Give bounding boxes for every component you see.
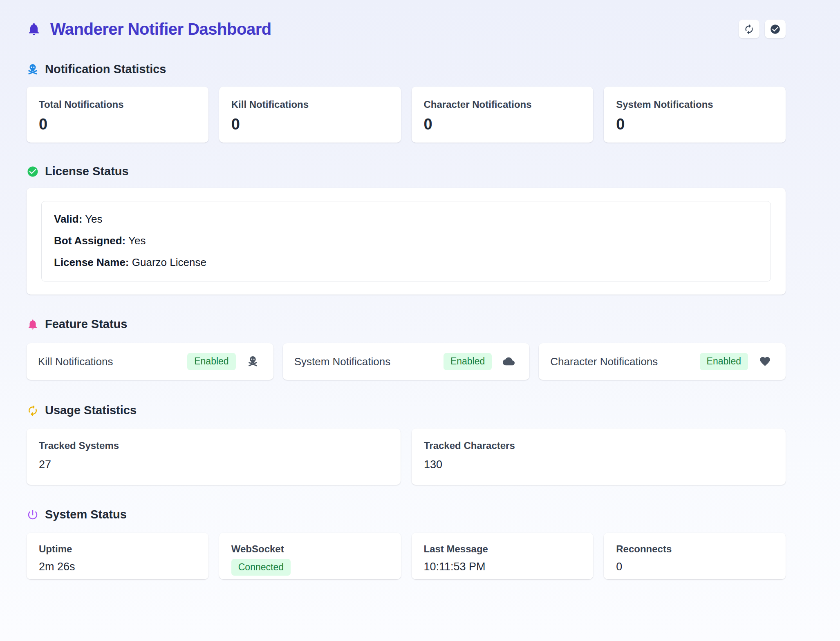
feature-card-kill-notifications: Kill Notifications Enabled: [27, 343, 273, 380]
license-field-value: Yes: [128, 235, 146, 247]
usage-value: 130: [424, 458, 773, 471]
sync-icon: [27, 404, 39, 417]
license-field-value: Guarzo License: [132, 256, 206, 268]
stat-label: Character Notifications: [424, 99, 581, 110]
stat-card-character-notifications: Character Notifications 0: [412, 87, 594, 143]
check-circle-icon: [27, 165, 39, 178]
app-header: Wanderer Notifier Dashboard: [27, 18, 786, 40]
section-title: License Status: [45, 165, 129, 178]
feature-status-header: Feature Status: [27, 317, 786, 331]
check-circle-icon: [770, 24, 781, 35]
page-title: Wanderer Notifier Dashboard: [50, 20, 271, 38]
stat-card-kill-notifications: Kill Notifications 0: [219, 87, 401, 143]
status-badge: Enabled: [187, 353, 235, 370]
license-name-line: License Name: Guarzo License: [54, 256, 758, 269]
usage-stats-grid: Tracked Systems 27 Tracked Characters 13…: [27, 429, 786, 485]
cloud-icon: [503, 355, 515, 367]
usage-label: Tracked Systems: [39, 440, 388, 451]
stat-value: 0: [39, 116, 196, 133]
stat-value: 0: [231, 116, 389, 133]
feature-card-character-notifications: Character Notifications Enabled: [539, 343, 786, 380]
system-label: WebSocket: [231, 543, 389, 555]
skull-crossbones-icon: [247, 355, 259, 367]
bell-icon: [27, 318, 39, 331]
system-label: Uptime: [39, 543, 196, 555]
license-details-box: Valid: Yes Bot Assigned: Yes License Nam…: [41, 201, 771, 281]
status-badge: Enabled: [700, 353, 748, 370]
status-badge: Enabled: [444, 353, 492, 370]
feature-label: Kill Notifications: [38, 355, 187, 368]
stat-value: 0: [616, 116, 773, 133]
stat-value: 0: [424, 116, 581, 133]
license-valid-line: Valid: Yes: [54, 213, 758, 226]
section-title: Notification Statistics: [45, 63, 166, 76]
system-status-grid: Uptime 2m 26s WebSocket Connected Last M…: [27, 533, 786, 579]
usage-card-tracked-systems: Tracked Systems 27: [27, 429, 401, 485]
system-card-last-message: Last Message 10:11:53 PM: [412, 533, 594, 579]
stat-card-system-notifications: System Notifications 0: [604, 87, 786, 143]
license-field-label: Bot Assigned:: [54, 235, 125, 247]
feature-label: Character Notifications: [550, 355, 699, 368]
notification-stats-grid: Total Notifications 0 Kill Notifications…: [27, 87, 786, 143]
stat-label: Kill Notifications: [231, 99, 389, 110]
system-card-uptime: Uptime 2m 26s: [27, 533, 208, 579]
section-title: System Status: [45, 508, 127, 521]
stat-card-total-notifications: Total Notifications 0: [27, 87, 208, 143]
usage-label: Tracked Characters: [424, 440, 773, 451]
bell-icon: [27, 22, 41, 36]
license-field-label: Valid:: [54, 213, 82, 225]
stat-label: Total Notifications: [39, 99, 196, 110]
license-status-header: License Status: [27, 165, 786, 178]
heart-icon: [759, 355, 771, 367]
system-value: 10:11:53 PM: [424, 561, 581, 573]
license-card: Valid: Yes Bot Assigned: Yes License Nam…: [27, 188, 786, 295]
refresh-button[interactable]: [739, 20, 759, 38]
section-title: Feature Status: [45, 317, 127, 331]
feature-label: System Notifications: [294, 355, 444, 368]
status-ok-button[interactable]: [765, 20, 786, 38]
feature-status-grid: Kill Notifications Enabled System Notifi…: [27, 343, 786, 380]
section-title: Usage Statistics: [45, 404, 137, 417]
websocket-status-badge: Connected: [231, 559, 291, 576]
license-field-value: Yes: [85, 213, 102, 225]
license-field-label: License Name:: [54, 256, 129, 268]
system-label: Reconnects: [616, 543, 773, 555]
system-card-reconnects: Reconnects 0: [604, 533, 786, 579]
usage-value: 27: [39, 458, 388, 471]
system-status-header: System Status: [27, 508, 786, 521]
dashboard-page: Wanderer Notifier Dashboard Notification…: [0, 0, 840, 579]
license-bot-assigned-line: Bot Assigned: Yes: [54, 235, 758, 247]
notification-statistics-header: Notification Statistics: [27, 63, 786, 76]
usage-statistics-header: Usage Statistics: [27, 404, 786, 417]
system-value: 0: [616, 561, 773, 573]
refresh-icon: [744, 24, 755, 35]
power-icon: [27, 509, 39, 521]
system-label: Last Message: [424, 543, 581, 555]
stat-label: System Notifications: [616, 99, 773, 110]
system-value: 2m 26s: [39, 561, 196, 573]
system-card-websocket: WebSocket Connected: [219, 533, 401, 579]
skull-crossbones-icon: [27, 63, 39, 76]
usage-card-tracked-characters: Tracked Characters 130: [412, 429, 786, 485]
feature-card-system-notifications: System Notifications Enabled: [283, 343, 530, 380]
header-actions: [739, 20, 786, 38]
